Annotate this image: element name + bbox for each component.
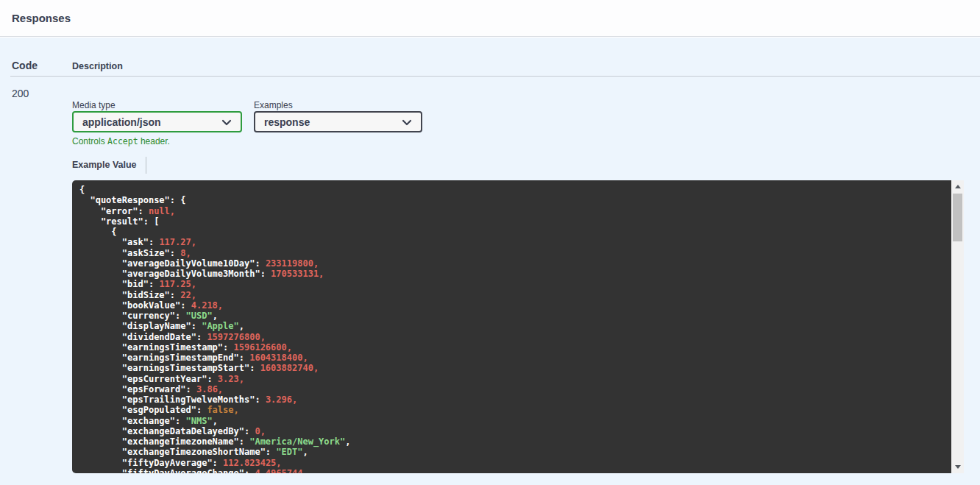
examples-label: Examples bbox=[254, 100, 293, 110]
response-panel: Code Description 200 Media type applicat… bbox=[0, 38, 980, 485]
tab-example-value[interactable]: Example Value bbox=[72, 160, 137, 170]
example-response-container: { "quoteResponse": { "error": null, "res… bbox=[72, 180, 964, 473]
responses-title: Responses bbox=[12, 12, 71, 24]
description-column-header: Description bbox=[72, 61, 123, 71]
example-json-block: { "quoteResponse": { "error": null, "res… bbox=[72, 180, 951, 473]
status-code-200: 200 bbox=[12, 88, 29, 99]
accept-header-note: Controls Accept header. bbox=[72, 136, 170, 146]
scroll-down-icon bbox=[955, 465, 961, 469]
responses-header-band: Responses bbox=[0, 0, 980, 37]
media-type-select[interactable]: application/json bbox=[72, 111, 242, 132]
table-header-divider bbox=[10, 76, 980, 77]
media-type-label: Media type bbox=[72, 100, 116, 110]
media-type-selected-value: application/json bbox=[82, 116, 161, 128]
swagger-responses-section: Responses Code Description 200 Media typ… bbox=[0, 0, 980, 485]
scroll-up-icon bbox=[955, 185, 961, 188]
chevron-down-icon bbox=[402, 116, 412, 129]
code-scrollbar[interactable] bbox=[951, 180, 964, 473]
chevron-down-icon bbox=[221, 116, 232, 129]
scrollbar-thumb[interactable] bbox=[953, 194, 962, 241]
examples-selected-value: response bbox=[264, 116, 310, 128]
example-json-code: { "quoteResponse": { "error": null, "res… bbox=[79, 185, 948, 473]
examples-select[interactable]: response bbox=[254, 111, 422, 132]
accept-header-code: Accept bbox=[107, 136, 138, 146]
tab-divider bbox=[146, 157, 146, 174]
code-column-header: Code bbox=[12, 60, 38, 71]
scroll-down-button[interactable] bbox=[951, 461, 964, 473]
scroll-up-button[interactable] bbox=[951, 180, 964, 193]
example-tabs: Example Value bbox=[72, 155, 146, 174]
